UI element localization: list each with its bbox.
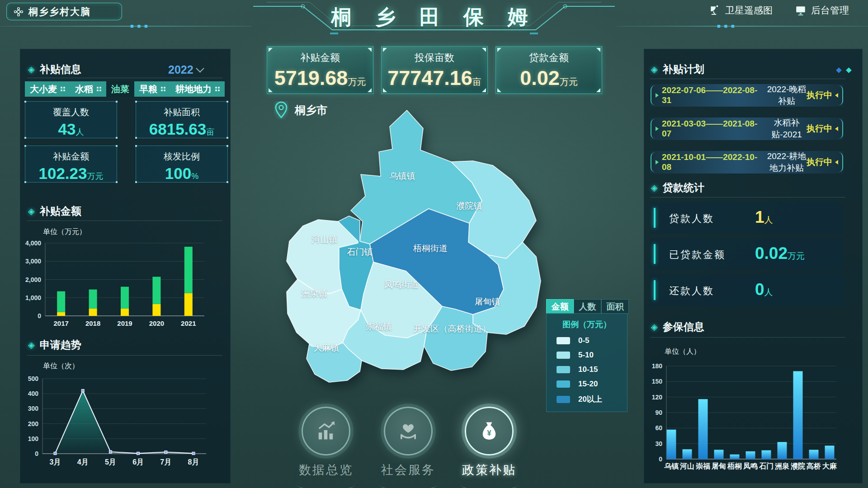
stat-unit: %	[191, 172, 198, 181]
tab-rapeseed[interactable]: 油菜	[106, 81, 134, 97]
svg-text:5月: 5月	[105, 458, 116, 466]
svg-text:洲泉: 洲泉	[774, 462, 790, 470]
tab-wheat[interactable]: 大小麦	[25, 81, 70, 97]
legend-tab-people[interactable]: 人数	[574, 299, 601, 314]
subsidy-plan-title: 补贴计划	[663, 62, 704, 76]
stat-unit: 亩	[206, 127, 214, 136]
legend-item: 0-5	[547, 333, 627, 348]
legend-range: 20以上	[578, 394, 602, 404]
tab-rice[interactable]: 水稻	[70, 81, 106, 97]
stat-covered-people: 覆盖人数 43人	[25, 101, 117, 138]
svg-text:2021: 2021	[181, 319, 196, 327]
amount-chart-unit: 单位（万元）	[43, 227, 86, 237]
heart-hands-icon	[396, 419, 420, 443]
nav-satellite-label: 卫星遥感图	[725, 4, 773, 17]
svg-text:2019: 2019	[117, 319, 132, 327]
bar-chart-trend-icon	[314, 419, 338, 443]
svg-text:2018: 2018	[85, 319, 100, 327]
monitor-icon	[795, 5, 807, 16]
apply-trend-title: 申请趋势	[40, 338, 81, 352]
tab-dry-grain[interactable]: 早粮	[134, 81, 170, 97]
nav-satellite-map[interactable]: 卫星遥感图	[709, 4, 773, 17]
svg-text:200: 200	[28, 420, 39, 427]
nav-arc-decoration	[297, 479, 355, 488]
stat-unit: 万元	[87, 172, 104, 181]
subsidy-plan-header: ◈ 补贴计划	[651, 62, 704, 76]
loan-stats-header: ◈ 贷款统计	[651, 181, 704, 195]
kpi-label: 贷款金额	[496, 51, 602, 65]
tab-label: 大小麦	[30, 83, 57, 95]
svg-text:500: 500	[28, 375, 39, 382]
svg-text:30: 30	[655, 440, 662, 447]
svg-text:300: 300	[28, 405, 39, 412]
nav-arc-decoration	[379, 479, 437, 488]
legend-item: 10-15	[547, 362, 627, 377]
bottom-nav-label: 数据总览	[292, 462, 360, 478]
svg-text:石门: 石门	[759, 462, 774, 470]
kpi-unit: 亩	[472, 77, 481, 87]
plan-row-late-rice[interactable]: 2022-07-06——2022-08-31 2022-晚稻补贴 执行中	[650, 84, 844, 107]
loan-unit: 万元	[788, 251, 805, 261]
plan-row-soil-fertility[interactable]: 2021-10-01——2022-10-08 2022-耕地地力补贴 执行中	[650, 151, 844, 174]
tongxiang-map	[271, 108, 542, 383]
tab-soil-fertility[interactable]: 耕地地力	[170, 81, 225, 97]
plan-status-badge: 执行中	[807, 89, 832, 101]
loan-unit: 人	[764, 215, 773, 225]
satellite-dish-icon	[709, 5, 721, 16]
bottom-nav-label: 社会服务	[374, 462, 442, 478]
loan-value: 0	[755, 280, 764, 299]
svg-text:高桥: 高桥	[807, 462, 821, 470]
nav-arc-decoration	[460, 479, 518, 488]
kpi-subsidy-amount: 补贴金额 5719.68万元	[267, 46, 373, 94]
nav-admin[interactable]: 后台管理	[795, 4, 849, 17]
divider	[27, 78, 222, 78]
plan-date-range: 2022-07-06——2022-08-31	[662, 85, 767, 105]
legend-swatch	[557, 366, 570, 373]
kpi-unit: 万元	[560, 77, 578, 87]
legend-range: 15-20	[578, 380, 598, 389]
svg-text:90: 90	[655, 409, 662, 416]
bottom-nav-policy-subsidy[interactable]: ¥ 政策补贴	[455, 407, 523, 488]
legend-swatch	[557, 337, 570, 344]
svg-text:梧桐: 梧桐	[727, 462, 742, 470]
tab-dots-icon	[61, 87, 65, 91]
legend-title: 图例（万元）	[547, 319, 627, 330]
apply-trend-header: ◈ 申请趋势	[28, 338, 81, 352]
svg-text:0: 0	[35, 450, 38, 457]
legend-tab-amount[interactable]: 金额	[546, 299, 574, 314]
svg-text:3月: 3月	[50, 458, 61, 466]
loan-stats-title: 贷款统计	[663, 181, 704, 195]
map-legend: 图例（万元） 0-5 5-10 10-15 15-20 20以上	[546, 313, 627, 412]
svg-text:濮院: 濮院	[791, 462, 805, 470]
svg-text:2017: 2017	[54, 319, 69, 327]
bottom-nav-social-service[interactable]: 社会服务	[374, 407, 442, 488]
plan-date-range: 2021-03-03——2021-08-07	[662, 119, 767, 139]
plan-row-rice-2021[interactable]: 2021-03-03——2021-08-07 水稻补贴-2021 执行中	[650, 117, 844, 140]
divider	[650, 337, 845, 338]
svg-text:¥: ¥	[487, 429, 491, 437]
section-diamond-icon: ◈	[651, 322, 658, 332]
bottom-nav-data-overview[interactable]: 数据总览	[292, 407, 360, 488]
svg-text:400: 400	[28, 390, 39, 397]
stat-value: 100	[165, 164, 191, 182]
section-diamond-icon: ◈	[651, 183, 658, 193]
svg-text:2,000: 2,000	[25, 276, 41, 283]
arrow-right-icon	[656, 160, 659, 164]
kpi-value: 77747.16	[387, 66, 472, 89]
svg-text:120: 120	[652, 394, 663, 401]
stat-label: 覆盖人数	[25, 106, 117, 118]
subsidy-amount-header: ◈ 补贴金额	[28, 204, 81, 218]
stat-value: 6815.63	[149, 120, 207, 138]
plan-name: 2022-耕地地力补贴	[767, 150, 807, 174]
chevron-down-icon	[196, 64, 204, 72]
year-select[interactable]: 2022	[168, 63, 203, 76]
stat-value: 43	[58, 120, 76, 138]
loan-value: 0.02	[755, 244, 788, 263]
svg-text:7月: 7月	[160, 458, 171, 466]
legend-tab-area[interactable]: 面积	[601, 299, 629, 314]
tab-label: 水稻	[75, 83, 93, 95]
plan-pager-dots[interactable]	[833, 66, 851, 74]
plan-name: 2022-晚稻补贴	[767, 84, 807, 107]
insured-info-chart: 0306090120150180乌镇河山崇福屠甸梧桐凤鸣石门洲泉濮院高桥大麻	[650, 357, 856, 475]
svg-text:凤鸣: 凤鸣	[743, 462, 758, 470]
